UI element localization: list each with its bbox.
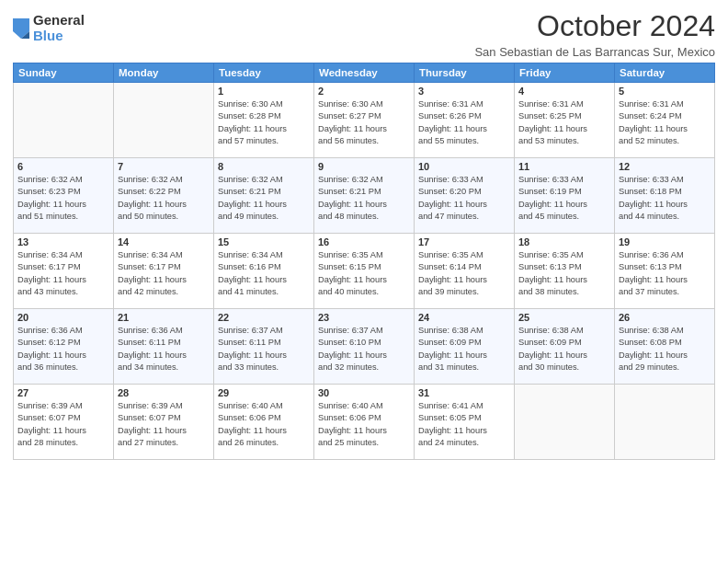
day-info: Sunrise: 6:36 AM Sunset: 6:13 PM Dayligh… [619,249,711,299]
calendar-cell [14,83,114,158]
day-number: 18 [518,236,610,247]
day-number: 1 [218,86,310,97]
logo-icon [13,18,29,39]
day-info: Sunrise: 6:34 AM Sunset: 6:17 PM Dayligh… [118,249,210,299]
calendar-cell: 10Sunrise: 6:33 AM Sunset: 6:20 PM Dayli… [415,158,515,234]
day-number: 9 [318,161,410,172]
calendar-cell: 24Sunrise: 6:38 AM Sunset: 6:09 PM Dayli… [415,309,515,385]
day-number: 6 [17,161,109,172]
day-info: Sunrise: 6:41 AM Sunset: 6:05 PM Dayligh… [418,400,510,450]
day-info: Sunrise: 6:40 AM Sunset: 6:06 PM Dayligh… [318,400,410,450]
day-info: Sunrise: 6:30 AM Sunset: 6:27 PM Dayligh… [318,98,410,148]
day-info: Sunrise: 6:36 AM Sunset: 6:12 PM Dayligh… [17,325,109,374]
day-number: 16 [318,236,410,247]
day-number: 25 [518,312,610,323]
calendar-cell: 4Sunrise: 6:31 AM Sunset: 6:25 PM Daylig… [515,83,615,158]
calendar: SundayMondayTuesdayWednesdayThursdayFrid… [13,63,715,460]
calendar-cell [515,385,615,460]
calendar-cell: 30Sunrise: 6:40 AM Sunset: 6:06 PM Dayli… [314,385,415,460]
day-number: 29 [218,387,310,398]
calendar-cell: 27Sunrise: 6:39 AM Sunset: 6:07 PM Dayli… [14,385,114,460]
day-number: 7 [118,161,210,172]
logo: General Blue [13,13,85,43]
day-number: 30 [318,387,410,398]
calendar-cell: 9Sunrise: 6:32 AM Sunset: 6:21 PM Daylig… [314,158,415,234]
day-number: 28 [118,387,210,398]
calendar-week-3: 13Sunrise: 6:34 AM Sunset: 6:17 PM Dayli… [14,234,715,309]
day-info: Sunrise: 6:38 AM Sunset: 6:09 PM Dayligh… [418,325,510,374]
calendar-cell: 22Sunrise: 6:37 AM Sunset: 6:11 PM Dayli… [214,309,314,385]
day-info: Sunrise: 6:32 AM Sunset: 6:21 PM Dayligh… [318,174,410,224]
calendar-cell: 14Sunrise: 6:34 AM Sunset: 6:17 PM Dayli… [114,234,214,309]
day-info: Sunrise: 6:32 AM Sunset: 6:21 PM Dayligh… [218,174,310,224]
weekday-header-tuesday: Tuesday [214,63,314,83]
calendar-cell: 17Sunrise: 6:35 AM Sunset: 6:14 PM Dayli… [415,234,515,309]
day-info: Sunrise: 6:31 AM Sunset: 6:26 PM Dayligh… [418,98,510,148]
day-number: 14 [118,236,210,247]
day-info: Sunrise: 6:35 AM Sunset: 6:15 PM Dayligh… [318,249,410,299]
day-info: Sunrise: 6:35 AM Sunset: 6:14 PM Dayligh… [418,249,510,299]
day-number: 24 [418,312,510,323]
location: San Sebastian de Las Barrancas Sur, Mexi… [474,45,715,59]
day-info: Sunrise: 6:31 AM Sunset: 6:24 PM Dayligh… [619,98,711,148]
calendar-cell: 21Sunrise: 6:36 AM Sunset: 6:11 PM Dayli… [114,309,214,385]
calendar-cell: 7Sunrise: 6:32 AM Sunset: 6:22 PM Daylig… [114,158,214,234]
calendar-cell [114,83,214,158]
day-info: Sunrise: 6:34 AM Sunset: 6:16 PM Dayligh… [218,249,310,299]
calendar-week-5: 27Sunrise: 6:39 AM Sunset: 6:07 PM Dayli… [14,385,715,460]
calendar-cell: 13Sunrise: 6:34 AM Sunset: 6:17 PM Dayli… [14,234,114,309]
weekday-header-friday: Friday [515,63,615,83]
day-number: 27 [17,387,109,398]
calendar-cell: 15Sunrise: 6:34 AM Sunset: 6:16 PM Dayli… [214,234,314,309]
calendar-cell: 1Sunrise: 6:30 AM Sunset: 6:28 PM Daylig… [214,83,314,158]
day-number: 20 [17,312,109,323]
day-info: Sunrise: 6:34 AM Sunset: 6:17 PM Dayligh… [17,249,109,299]
day-number: 31 [418,387,510,398]
month-title: October 2024 [474,9,715,43]
calendar-header-row: SundayMondayTuesdayWednesdayThursdayFrid… [14,63,715,83]
calendar-cell: 25Sunrise: 6:38 AM Sunset: 6:09 PM Dayli… [515,309,615,385]
day-info: Sunrise: 6:32 AM Sunset: 6:22 PM Dayligh… [118,174,210,224]
calendar-cell: 28Sunrise: 6:39 AM Sunset: 6:07 PM Dayli… [114,385,214,460]
day-info: Sunrise: 6:33 AM Sunset: 6:18 PM Dayligh… [619,174,711,224]
title-block: October 2024 San Sebastian de Las Barran… [474,9,715,59]
day-number: 10 [418,161,510,172]
header: General Blue October 2024 San Sebastian … [13,9,715,59]
day-number: 2 [318,86,410,97]
day-number: 19 [619,236,711,247]
page: General Blue October 2024 San Sebastian … [0,0,728,563]
day-number: 5 [619,86,711,97]
weekday-header-wednesday: Wednesday [314,63,415,83]
day-number: 17 [418,236,510,247]
day-number: 12 [619,161,711,172]
day-number: 8 [218,161,310,172]
day-info: Sunrise: 6:40 AM Sunset: 6:06 PM Dayligh… [218,400,310,450]
calendar-cell: 3Sunrise: 6:31 AM Sunset: 6:26 PM Daylig… [415,83,515,158]
calendar-cell: 12Sunrise: 6:33 AM Sunset: 6:18 PM Dayli… [615,158,715,234]
calendar-cell: 31Sunrise: 6:41 AM Sunset: 6:05 PM Dayli… [415,385,515,460]
day-info: Sunrise: 6:36 AM Sunset: 6:11 PM Dayligh… [118,325,210,374]
weekday-header-monday: Monday [114,63,214,83]
logo-general-text: General [33,13,85,29]
day-number: 3 [418,86,510,97]
day-number: 13 [17,236,109,247]
day-info: Sunrise: 6:32 AM Sunset: 6:23 PM Dayligh… [17,174,109,224]
day-info: Sunrise: 6:37 AM Sunset: 6:10 PM Dayligh… [318,325,410,374]
calendar-cell: 16Sunrise: 6:35 AM Sunset: 6:15 PM Dayli… [314,234,415,309]
logo-blue-text: Blue [33,29,85,44]
calendar-cell: 11Sunrise: 6:33 AM Sunset: 6:19 PM Dayli… [515,158,615,234]
calendar-cell: 18Sunrise: 6:35 AM Sunset: 6:13 PM Dayli… [515,234,615,309]
day-info: Sunrise: 6:38 AM Sunset: 6:08 PM Dayligh… [619,325,711,374]
day-info: Sunrise: 6:37 AM Sunset: 6:11 PM Dayligh… [218,325,310,374]
calendar-cell: 20Sunrise: 6:36 AM Sunset: 6:12 PM Dayli… [14,309,114,385]
day-info: Sunrise: 6:35 AM Sunset: 6:13 PM Dayligh… [518,249,610,299]
day-number: 26 [619,312,711,323]
day-info: Sunrise: 6:33 AM Sunset: 6:19 PM Dayligh… [518,174,610,224]
calendar-week-2: 6Sunrise: 6:32 AM Sunset: 6:23 PM Daylig… [14,158,715,234]
day-number: 11 [518,161,610,172]
day-number: 15 [218,236,310,247]
weekday-header-saturday: Saturday [615,63,715,83]
day-info: Sunrise: 6:39 AM Sunset: 6:07 PM Dayligh… [118,400,210,450]
day-number: 21 [118,312,210,323]
day-info: Sunrise: 6:38 AM Sunset: 6:09 PM Dayligh… [518,325,610,374]
